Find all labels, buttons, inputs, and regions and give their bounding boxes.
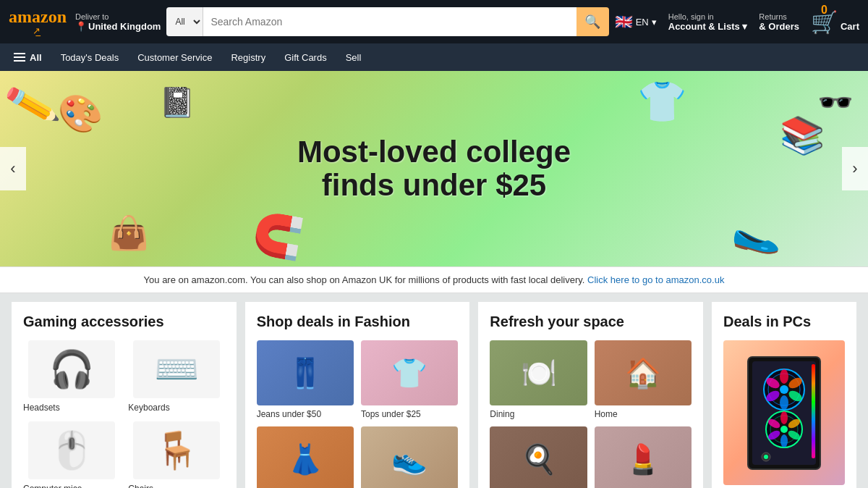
navbar: All Today's Deals Customer Service Regis… [0,43,868,71]
svg-point-17 [780,434,788,447]
nav-item-all[interactable]: All [6,47,50,68]
gaming-card-title: Gaming accessories [23,314,225,330]
headsets-image: 🎧 [28,340,115,398]
space-card: Refresh your space 🍽️ Dining 🏠 Home 🍳 Ki… [478,302,703,488]
lang-code: EN [636,17,649,28]
fashion-card: Shop deals in Fashion 👖 Jeans under $50 … [245,302,470,488]
pcs-image[interactable] [723,340,845,485]
pcs-card: Deals in PCs [712,302,856,488]
returns-line1: Returns [759,12,799,21]
logo-smile: ↗̲ [33,25,43,36]
keyboards-image: ⌨️ [133,340,220,398]
svg-point-13 [780,426,788,433]
logo-text: amazon [9,8,67,25]
space-card-title: Refresh your space [490,314,692,330]
dining-label: Dining [490,409,587,419]
fashion-item-shoes[interactable]: 👟 Shoes under $50 [361,426,458,488]
returns-line2: & Orders [759,21,799,32]
lang-chevron-icon: ▾ [652,17,657,28]
space-item-beauty[interactable]: 💄 Health and Beauty [595,426,692,488]
nav-item-sell[interactable]: Sell [338,47,370,68]
nav-item-today-deals[interactable]: Today's Deals [53,47,127,68]
nav-item-customer-service[interactable]: Customer Service [129,47,220,68]
gaming-item-mice[interactable]: 🖱️ Computer mice [23,421,119,488]
kitchen-image: 🍳 [490,426,587,488]
beauty-image: 💄 [595,426,692,488]
deliver-location: 📍 United Kingdom [75,21,161,32]
language-selector[interactable]: 🇬🇧 EN ▾ [615,13,657,30]
space-item-kitchen[interactable]: 🍳 Kitchen [490,426,587,488]
account-area[interactable]: Hello, sign in Account & Lists ▾ [668,12,748,32]
flag-icon: 🇬🇧 [615,13,633,30]
tops-image: 👕 [361,340,458,405]
banner-deco-bag: 👜 [109,214,149,252]
cart-area[interactable]: 🛒 0 Cart [811,9,859,35]
pcs-card-title: Deals in PCs [723,314,845,330]
jeans-image: 👖 [257,340,354,405]
cart-label: Cart [841,21,859,32]
account-greeting: Hello, sign in [668,12,748,21]
search-bar: All 🔍 [166,7,608,36]
header: amazon ↗̲ Deliver to 📍 United Kingdom Al… [0,0,868,43]
banner-deco-book: 📚 [780,114,825,156]
chairs-label: Chairs [128,484,153,488]
nav-all-label: All [30,52,42,63]
dresses-image: 👗 [257,426,354,488]
headsets-label: Headsets [23,403,60,413]
chairs-image: 🪑 [133,421,220,479]
search-category-select[interactable]: All [166,7,203,36]
gaming-item-headsets[interactable]: 🎧 Headsets [23,340,119,413]
shoes-image: 👟 [361,426,458,488]
svg-point-4 [780,385,788,394]
jeans-label: Jeans under $50 [257,409,354,419]
mice-image: 🖱️ [28,421,115,479]
cart-count: 0 [821,4,827,17]
space-grid: 🍽️ Dining 🏠 Home 🍳 Kitchen 💄 Health and … [490,340,692,488]
space-item-home[interactable]: 🏠 Home [595,340,692,419]
search-icon: 🔍 [584,14,600,30]
header-right: 🇬🇧 EN ▾ Hello, sign in Account & Lists ▾… [615,9,859,35]
space-item-dining[interactable]: 🍽️ Dining [490,340,587,419]
gaming-item-keyboards[interactable]: ⌨️ Keyboards [128,340,224,413]
tops-label: Tops under $25 [361,409,458,419]
search-button[interactable]: 🔍 [576,7,609,36]
fashion-item-tops[interactable]: 👕 Tops under $25 [361,340,458,419]
svg-point-14 [780,411,788,424]
home-label: Home [595,409,692,419]
fashion-card-title: Shop deals in Fashion [257,314,459,330]
search-input[interactable] [203,7,576,36]
deliver-to-label: Deliver to [75,12,161,21]
banner-prev-button[interactable]: ‹ [0,147,26,190]
banner-title: Most-loved college finds under $25 [297,135,571,202]
fashion-item-jeans[interactable]: 👖 Jeans under $50 [257,340,354,419]
nav-item-gift-cards[interactable]: Gift Cards [276,47,335,68]
dining-image: 🍽️ [490,340,587,405]
hamburger-icon [14,53,25,62]
amazon-logo[interactable]: amazon ↗̲ [9,8,67,36]
info-bar: You are on amazon.com. You can also shop… [0,266,868,293]
gaming-item-chairs[interactable]: 🪑 Chairs [128,421,224,488]
home-image: 🏠 [595,340,692,405]
deliver-area[interactable]: Deliver to 📍 United Kingdom [75,12,161,32]
nav-item-registry[interactable]: Registry [223,47,273,68]
banner-deco-pencil: ✏️ [2,76,62,135]
banner-next-button[interactable]: › [842,147,868,190]
svg-point-8 [780,395,788,410]
gaming-grid: 🎧 Headsets ⌨️ Keyboards 🖱️ Computer mice… [23,340,225,488]
banner-deco-notebook: 📓 [159,85,195,119]
banner-text-block: Most-loved college finds under $25 [297,135,571,202]
banner-deco-shoes: 🥿 [731,209,781,256]
pc-svg [726,350,842,476]
returns-area[interactable]: Returns & Orders [759,12,799,32]
banner-deco-makeup: 🎨 [58,93,103,135]
fashion-item-dresses[interactable]: 👗 Dresses under $30 [257,426,354,488]
info-bar-link[interactable]: Click here to go to amazon.co.uk [587,274,724,285]
account-label: Account & Lists ▾ [668,21,748,32]
svg-point-5 [780,369,788,384]
banner-deco-shirt: 👕 [637,78,687,125]
account-chevron-icon: ▾ [742,21,747,32]
svg-rect-20 [812,364,815,458]
main-content: Gaming accessories 🎧 Headsets ⌨️ Keyboar… [0,293,868,488]
keyboards-label: Keyboards [128,403,169,413]
mice-label: Computer mice [23,484,82,488]
